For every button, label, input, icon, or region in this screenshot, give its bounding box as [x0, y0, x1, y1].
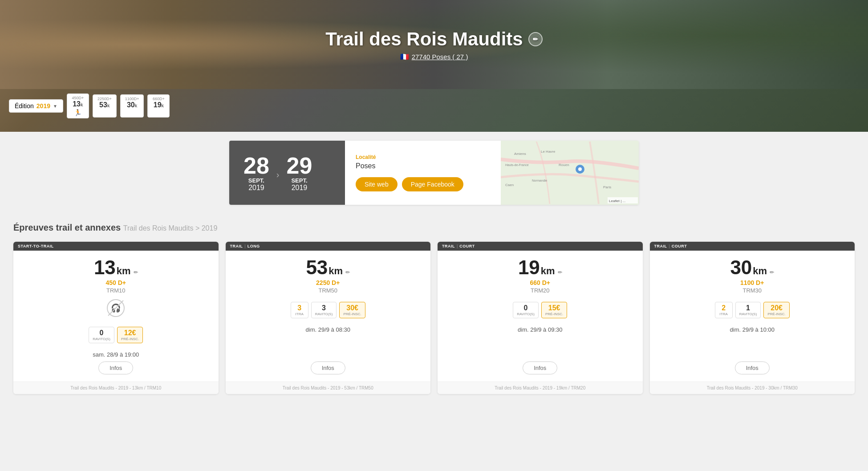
date-block: 28 SEPT. 2019 › 29 SEPT. 2019	[229, 141, 345, 205]
location-link[interactable]: 27740 Poses ( 27 )	[412, 53, 468, 61]
tag1: START-TO-TRAIL	[18, 244, 54, 248]
tag2: COURT	[672, 244, 687, 248]
svg-rect-0	[501, 142, 639, 204]
race-card-header: START-TO-TRAIL	[13, 242, 219, 251]
race-code: TRM30	[742, 287, 762, 294]
race-card-header: TRAIL|COURT	[650, 242, 855, 251]
location-subtitle: 🇫🇷 27740 Poses ( 27 )	[400, 53, 468, 61]
race-edit-icon[interactable]: ✏	[345, 270, 350, 275]
infos-button[interactable]: Infos	[735, 361, 770, 374]
infos-button[interactable]: Infos	[98, 361, 133, 374]
tag1: TRAIL	[230, 244, 243, 248]
race-distance: 19km ✏	[518, 258, 562, 277]
svg-text:Caen: Caen	[505, 183, 514, 187]
race-badge-53k[interactable]: 2250D+ 53k	[93, 94, 117, 118]
race-edit-icon[interactable]: ✏	[134, 270, 138, 275]
map-area[interactable]: Amiens Hauts-de-France Le Havre Rouen Ca…	[501, 141, 639, 205]
race-edit-icon[interactable]: ✏	[770, 270, 774, 275]
stat-itra: 2 ITRA	[715, 302, 733, 318]
race-card-13km: START-TO-TRAIL 13km ✏ 450 D+ TRM10 🎧 0 R…	[13, 242, 219, 394]
stat-ravito: 0 RAVITO(S)	[513, 302, 539, 318]
svg-text:Paris: Paris	[603, 185, 611, 189]
stats-row: 2 ITRA 1 RAVITO(S) 20€ PRÉ-INSC.	[715, 302, 790, 318]
tag2: LONG	[247, 244, 260, 248]
race-distance: 53km ✏	[306, 258, 350, 277]
race-card-header: TRAIL|COURT	[438, 242, 643, 251]
start-to-trail-icon: 🏃	[74, 109, 81, 116]
race-code: TRM50	[318, 287, 337, 294]
race-card-footer: Trail des Rois Maudits - 2019 - 30km / T…	[650, 382, 855, 394]
race-card-header: TRAIL|LONG	[226, 242, 431, 251]
chevron-down-icon: ▼	[53, 104, 57, 109]
svg-text:Normandie: Normandie	[532, 179, 547, 182]
race-card-53km: TRAIL|LONG 53km ✏ 2250 D+ TRM50 3 ITRA 3…	[226, 242, 431, 394]
races-title: Épreuves trail et annexes Trail des Rois…	[13, 223, 855, 233]
no-headphone-icon: 🎧	[107, 299, 125, 317]
race-code: TRM20	[531, 287, 550, 294]
race-edit-icon[interactable]: ✏	[558, 270, 562, 275]
stat-price: 20€ PRÉ-INSC.	[763, 302, 789, 318]
svg-text:Rouen: Rouen	[559, 163, 569, 167]
race-distance: 30km ✏	[730, 258, 774, 277]
svg-text:Le Havre: Le Havre	[541, 150, 556, 154]
race-badge-13k[interactable]: 450D+ 13k 🏃	[67, 93, 89, 118]
race-datetime: sam. 28/9 à 19:00	[93, 351, 139, 358]
race-card-body: 53km ✏ 2250 D+ TRM50 3 ITRA 3 RAVITO(S) …	[226, 251, 431, 382]
info-card: 28 SEPT. 2019 › 29 SEPT. 2019 Localité P…	[229, 141, 639, 205]
info-details: Localité Poses Site web Page Facebook	[345, 141, 501, 205]
svg-point-9	[578, 167, 582, 171]
race-datetime: dim. 29/9 à 09:30	[518, 326, 562, 333]
edition-selector[interactable]: Édition 2019 ▼	[9, 99, 63, 113]
svg-text:Hauts-de-France: Hauts-de-France	[505, 163, 529, 166]
race-datetime: dim. 29/9 à 10:00	[730, 326, 775, 333]
race-datetime: dim. 29/9 à 08:30	[306, 326, 350, 333]
tag1: TRAIL	[442, 244, 455, 248]
flag-icon: 🇫🇷	[400, 53, 409, 61]
date-arrow-icon: ›	[276, 166, 280, 180]
facebook-button[interactable]: Page Facebook	[402, 177, 463, 191]
stat-price: 12€ PRÉ-INSC.	[117, 327, 143, 343]
race-badge-19k[interactable]: 660D+ 19k	[147, 94, 170, 118]
edition-label: Édition	[15, 102, 34, 110]
race-elevation: 1100 D+	[740, 279, 764, 286]
date-start: 28 SEPT. 2019	[243, 154, 269, 192]
date-end: 29 SEPT. 2019	[287, 154, 312, 192]
race-card-body: 30km ✏ 1100 D+ TRM30 2 ITRA 1 RAVITO(S) …	[650, 251, 855, 382]
race-card-footer: Trail des Rois Maudits - 2019 - 19km / T…	[438, 382, 643, 394]
stats-row: 0 RAVITO(S) 15€ PRÉ-INSC.	[513, 302, 567, 318]
stats-row: 3 ITRA 3 RAVITO(S) 30€ PRÉ-INSC.	[291, 302, 365, 318]
stat-price: 30€ PRÉ-INSC.	[339, 302, 365, 318]
stat-ravito: 1 RAVITO(S)	[735, 302, 761, 318]
site-web-button[interactable]: Site web	[356, 177, 397, 191]
svg-text:Leaflet | ...: Leaflet | ...	[609, 199, 625, 203]
stats-row: 0 RAVITO(S) 12€ PRÉ-INSC.	[89, 327, 143, 343]
race-distance: 13km ✏	[94, 258, 138, 277]
tag1: TRAIL	[654, 244, 667, 248]
race-code: TRM10	[106, 287, 126, 294]
stat-itra: 3 ITRA	[291, 302, 308, 318]
svg-text:Amiens: Amiens	[514, 152, 526, 156]
edition-year: 2019	[37, 102, 50, 110]
races-section: Épreuves trail et annexes Trail des Rois…	[0, 214, 868, 403]
race-card-body: 19km ✏ 660 D+ TRM20 0 RAVITO(S) 15€ PRÉ-…	[438, 251, 643, 382]
race-card-footer: Trail des Rois Maudits - 2019 - 13km / T…	[13, 382, 219, 394]
tag2: COURT	[459, 244, 475, 248]
race-elevation: 2250 D+	[316, 279, 340, 286]
race-elevation: 450 D+	[105, 279, 126, 286]
race-card-footer: Trail des Rois Maudits - 2019 - 53km / T…	[226, 382, 431, 394]
race-card-body: 13km ✏ 450 D+ TRM10 🎧 0 RAVITO(S) 12€ PR…	[13, 251, 219, 382]
race-card-30km: TRAIL|COURT 30km ✏ 1100 D+ TRM30 2 ITRA …	[650, 242, 855, 394]
infos-button[interactable]: Infos	[523, 361, 557, 374]
page-title: Trail des Rois Maudits ✏	[325, 28, 542, 50]
race-card-19km: TRAIL|COURT 19km ✏ 660 D+ TRM20 0 RAVITO…	[438, 242, 643, 394]
race-elevation: 660 D+	[530, 279, 550, 286]
races-grid: START-TO-TRAIL 13km ✏ 450 D+ TRM10 🎧 0 R…	[13, 242, 855, 394]
stat-ravito: 0 RAVITO(S)	[89, 327, 114, 343]
stat-ravito: 3 RAVITO(S)	[311, 302, 337, 318]
race-badge-30k[interactable]: 1100D+ 30k	[120, 94, 144, 118]
edit-icon[interactable]: ✏	[528, 32, 543, 46]
stat-price: 15€ PRÉ-INSC.	[541, 302, 567, 318]
infos-button[interactable]: Infos	[311, 361, 345, 374]
